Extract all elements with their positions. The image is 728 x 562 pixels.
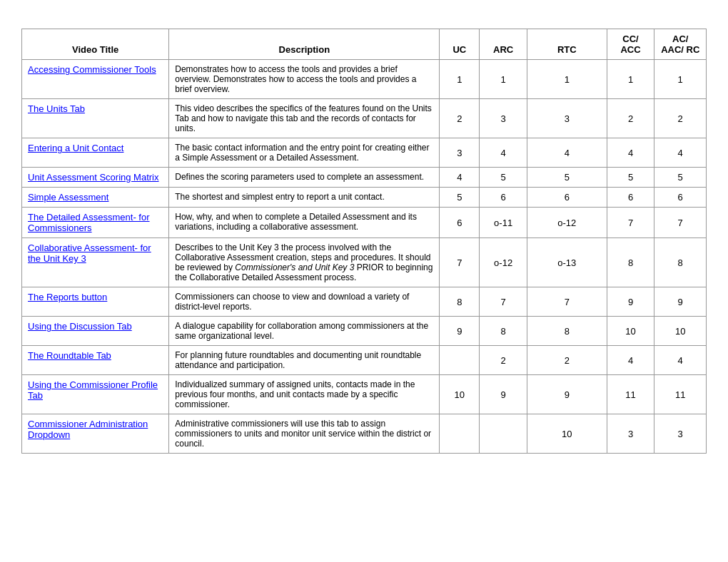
table-row: Collaborative Assessment- for the Unit K… (22, 238, 707, 287)
table-row: The Roundtable TabFor planning future ro… (22, 346, 707, 375)
main-table-wrapper: Video Title Description UC ARC RTC CC/ A… (21, 29, 707, 454)
video-link[interactable]: Using the Commissioner Profile Tab (28, 379, 158, 401)
description-cell: Describes to the Unit Key 3 the process … (169, 238, 440, 287)
cell-cc_acc: 2 (607, 99, 654, 138)
cell-cc_acc: 11 (607, 375, 654, 414)
cell-cc_acc: 6 (607, 188, 654, 208)
cell-uc: 5 (440, 188, 480, 208)
cell-cc_acc: 1 (607, 60, 654, 99)
cell-uc: 10 (440, 375, 480, 414)
description-cell: The shortest and simplest entry to repor… (169, 188, 440, 208)
cell-rtc: 3 (527, 99, 607, 138)
cell-arc: o-12 (480, 238, 527, 287)
description-cell: The basic contact information and the en… (169, 138, 440, 168)
cell-uc: 9 (440, 317, 480, 346)
description-cell: This video describes the specifics of th… (169, 99, 440, 138)
cell-uc: 7 (440, 238, 480, 287)
cell-rtc: 6 (527, 188, 607, 208)
cell-uc: 6 (440, 208, 480, 238)
cell-ac_aac_rc: 4 (654, 138, 707, 168)
cell-uc (440, 346, 480, 375)
cell-arc: 2 (480, 346, 527, 375)
cell-uc (440, 414, 480, 454)
video-title-cell[interactable]: Unit Assessment Scoring Matrix (22, 168, 169, 188)
cell-ac_aac_rc: 2 (654, 99, 707, 138)
video-title-cell[interactable]: The Roundtable Tab (22, 346, 169, 375)
description-cell: Defines the scoring parameters used to c… (169, 168, 440, 188)
video-link[interactable]: Simple Assessment (28, 192, 108, 203)
video-link[interactable]: The Units Tab (28, 103, 85, 114)
video-link[interactable]: The Detailed Assessment- for Commissione… (28, 212, 150, 233)
table-row: Accessing Commissioner ToolsDemonstrates… (22, 60, 707, 99)
video-link[interactable]: Unit Assessment Scoring Matrix (28, 172, 159, 183)
video-title-cell[interactable]: Accessing Commissioner Tools (22, 60, 169, 99)
table-row: The Detailed Assessment- for Commissione… (22, 208, 707, 238)
header-uc: UC (440, 29, 480, 60)
cell-arc (480, 414, 527, 454)
cell-arc: 8 (480, 317, 527, 346)
video-link[interactable]: Entering a Unit Contact (28, 143, 123, 153)
header-cc-acc: CC/ ACC (607, 29, 654, 60)
cell-ac_aac_rc: 7 (654, 208, 707, 238)
video-title-cell[interactable]: Simple Assessment (22, 188, 169, 208)
cell-rtc: o-12 (527, 208, 607, 238)
video-link[interactable]: The Roundtable Tab (28, 350, 111, 361)
cell-arc: 1 (480, 60, 527, 99)
description-cell: Administrative commissioners will use th… (169, 414, 440, 454)
cell-cc_acc: 3 (607, 414, 654, 454)
video-title-cell[interactable]: Entering a Unit Contact (22, 138, 169, 168)
cell-rtc: 1 (527, 60, 607, 99)
cell-rtc: 10 (527, 414, 607, 454)
cell-rtc: 4 (527, 138, 607, 168)
cell-ac_aac_rc: 4 (654, 346, 707, 375)
video-title-cell[interactable]: Commissioner Administration Dropdown (22, 414, 169, 454)
table-row: Entering a Unit ContactThe basic contact… (22, 138, 707, 168)
cell-cc_acc: 5 (607, 168, 654, 188)
video-link[interactable]: Using the Discussion Tab (28, 321, 132, 332)
cell-ac_aac_rc: 9 (654, 287, 707, 317)
cell-arc: 3 (480, 99, 527, 138)
cell-arc: 9 (480, 375, 527, 414)
video-link[interactable]: Commissioner Administration Dropdown (28, 419, 148, 440)
video-title-cell[interactable]: The Reports button (22, 287, 169, 317)
cell-ac_aac_rc: 3 (654, 414, 707, 454)
description-cell: For planning future roundtables and docu… (169, 346, 440, 375)
description-cell: How, why, and when to complete a Detaile… (169, 208, 440, 238)
cell-rtc: 5 (527, 168, 607, 188)
cell-ac_aac_rc: 10 (654, 317, 707, 346)
cell-uc: 3 (440, 138, 480, 168)
video-title-cell[interactable]: The Detailed Assessment- for Commissione… (22, 208, 169, 238)
header-arc: ARC (480, 29, 527, 60)
header-ac-aac-rc: AC/ AAC/ RC (654, 29, 707, 60)
cell-arc: 7 (480, 287, 527, 317)
cell-cc_acc: 7 (607, 208, 654, 238)
description-cell: Individualized summary of assigned units… (169, 375, 440, 414)
header-description: Description (169, 29, 440, 60)
table-row: Simple AssessmentThe shortest and simple… (22, 188, 707, 208)
cell-arc: 6 (480, 188, 527, 208)
cell-cc_acc: 9 (607, 287, 654, 317)
table-row: The Units TabThis video describes the sp… (22, 99, 707, 138)
cell-rtc: o-13 (527, 238, 607, 287)
cell-uc: 2 (440, 99, 480, 138)
video-title-cell[interactable]: The Units Tab (22, 99, 169, 138)
video-title-cell[interactable]: Using the Discussion Tab (22, 317, 169, 346)
cell-ac_aac_rc: 5 (654, 168, 707, 188)
video-link[interactable]: The Reports button (28, 292, 107, 302)
table-body: Accessing Commissioner ToolsDemonstrates… (22, 60, 707, 454)
cell-uc: 1 (440, 60, 480, 99)
video-title-cell[interactable]: Collaborative Assessment- for the Unit K… (22, 238, 169, 287)
video-link[interactable]: Accessing Commissioner Tools (28, 64, 156, 75)
description-cell: Commissioners can choose to view and dow… (169, 287, 440, 317)
cell-uc: 4 (440, 168, 480, 188)
header-rtc: RTC (527, 29, 607, 60)
table-header-row: Video Title Description UC ARC RTC CC/ A… (22, 29, 707, 60)
video-link[interactable]: Collaborative Assessment- for the Unit K… (28, 242, 151, 264)
video-title-cell[interactable]: Using the Commissioner Profile Tab (22, 375, 169, 414)
cell-rtc: 2 (527, 346, 607, 375)
cell-ac_aac_rc: 8 (654, 238, 707, 287)
cell-rtc: 9 (527, 375, 607, 414)
table-row: Using the Commissioner Profile TabIndivi… (22, 375, 707, 414)
header-video-title: Video Title (22, 29, 169, 60)
cell-ac_aac_rc: 6 (654, 188, 707, 208)
